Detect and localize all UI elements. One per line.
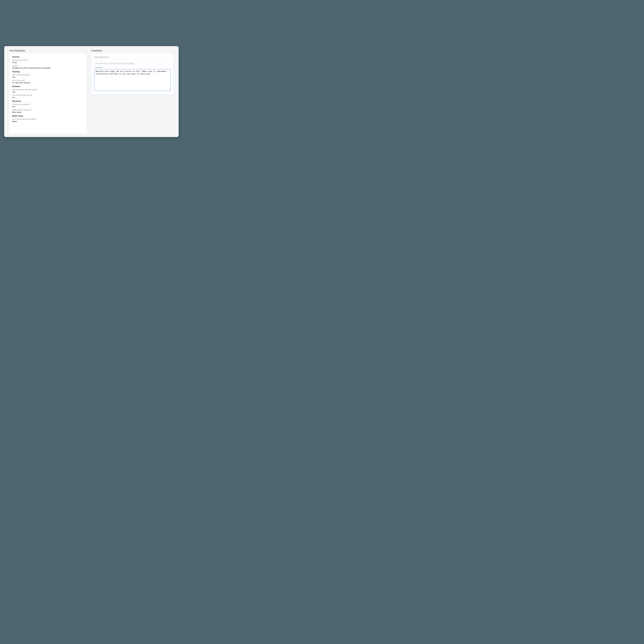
- section-title-nutrition: Nutrition: [12, 85, 84, 87]
- question: Do you feel recovered?: [12, 103, 84, 105]
- answer: More sleep: [12, 111, 84, 113]
- comments-title: Comments: [91, 49, 173, 52]
- comments-panel: Comments Video feedback link Loom, Scree…: [91, 49, 173, 134]
- answer: Yes: [12, 91, 84, 93]
- question: What could be improved?: [12, 109, 84, 111]
- question: How is your body comp feeling?: [12, 118, 84, 120]
- form-response-panel: Form Response General How was your week?…: [10, 49, 87, 134]
- comments-textarea-wrap: [94, 68, 171, 91]
- video-feedback-helper: Loom, Screencast, YouTube and Vimeo are …: [94, 63, 171, 65]
- question: How was your week?: [12, 59, 84, 61]
- modal: Form Response General How was your week?…: [4, 46, 179, 137]
- question: Explain: [12, 65, 84, 67]
- question: Did you hit all sessions?: [12, 74, 84, 76]
- section-title-general: General: [12, 56, 84, 58]
- comments-textarea[interactable]: [94, 69, 171, 91]
- answer: Yes: [12, 76, 84, 78]
- answer: Yes: [12, 106, 84, 108]
- comments-label: Comments: [94, 67, 171, 68]
- section-title-training: Training: [12, 71, 84, 73]
- answer: n/a: [12, 96, 84, 98]
- form-response-title: Form Response: [10, 49, 87, 52]
- answer: Yh, they were intense.: [12, 82, 84, 84]
- answer: Better: [12, 120, 84, 122]
- answer: Smashed my PR's on bench press and squat…: [12, 67, 84, 69]
- question: Were they good?: [12, 79, 84, 81]
- comments-card: Video feedback link Loom, Screencast, Yo…: [91, 53, 173, 94]
- form-response-card: General How was your week? Good Explain …: [10, 53, 87, 134]
- section-title-recovery: Recovery: [12, 100, 84, 102]
- video-feedback-label: Video feedback link: [94, 56, 171, 58]
- section-title-bodycomp: Body Comp: [12, 115, 84, 117]
- answer: Good: [12, 61, 84, 63]
- video-feedback-input[interactable]: [94, 59, 171, 62]
- question: Did you hit plan with clean foods?: [12, 89, 84, 91]
- question: If no, what shit did you eat: [12, 94, 84, 96]
